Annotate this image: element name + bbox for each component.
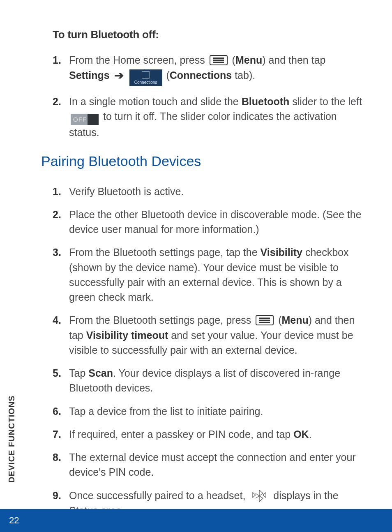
text: From the Bluetooth settings page, press xyxy=(69,314,254,326)
list-item: 4. From the Bluetooth settings page, pre… xyxy=(53,313,363,357)
list-item: 5. Tap Scan. Your device displays a list… xyxy=(53,366,363,396)
visibility-timeout-label: Visibility timeout xyxy=(86,329,168,341)
step-number: 2. xyxy=(53,207,61,222)
step-number: 2. xyxy=(53,94,61,109)
menu-icon xyxy=(210,55,228,65)
connections-label: Connections xyxy=(170,69,232,81)
steps-pairing: 1. Verify Bluetooth is active. 2. Place … xyxy=(53,184,363,518)
list-item: 2. In a single motion touch and slide th… xyxy=(53,94,363,140)
text: If required, enter a passkey or PIN code… xyxy=(69,428,293,440)
page-content: To turn Bluetooth off: 1. From the Home … xyxy=(0,0,392,518)
bluetooth-headset-icon xyxy=(250,488,269,503)
list-item: 1. From the Home screen, press (Menu) an… xyxy=(53,53,363,86)
visibility-label: Visibility xyxy=(261,246,302,258)
list-item: 8. The external device must accept the c… xyxy=(53,450,363,480)
off-slider-icon: OFF xyxy=(71,114,99,125)
text: Place the other Bluetooth device in disc… xyxy=(69,209,362,235)
text: Once successfully paired to a headset, xyxy=(69,490,248,501)
list-item: 3. From the Bluetooth settings page, tap… xyxy=(53,245,363,304)
side-tab-label: DEVICE FUNCTIONS xyxy=(7,395,16,483)
list-item: 7. If required, enter a passkey or PIN c… xyxy=(53,427,363,442)
step-number: 3. xyxy=(53,245,61,260)
step-number: 1. xyxy=(53,184,61,199)
step-number: 1. xyxy=(53,53,61,67)
list-item: 1. Verify Bluetooth is active. xyxy=(53,184,363,199)
page-number: 22 xyxy=(9,515,19,525)
ok-label: OK xyxy=(293,428,309,440)
text: From the Bluetooth settings page, tap th… xyxy=(69,246,261,258)
text: slider to the left xyxy=(289,96,362,107)
text: . xyxy=(309,428,312,440)
text: Verify Bluetooth is active. xyxy=(69,186,184,197)
text: From the Home screen, press xyxy=(69,54,208,66)
steps-turn-off: 1. From the Home screen, press (Menu) an… xyxy=(53,53,363,140)
step-number: 7. xyxy=(53,427,61,442)
text: In a single motion touch and slide the xyxy=(69,96,242,107)
step-number: 6. xyxy=(53,404,61,419)
menu-label: Menu xyxy=(282,314,309,326)
step-number: 9. xyxy=(53,488,61,503)
text: ) and then tap xyxy=(262,54,325,66)
text: to turn it off. The slider color indicat… xyxy=(69,111,337,138)
page-footer: 22 xyxy=(0,509,392,532)
text: Tap a device from the list to initiate p… xyxy=(69,405,263,417)
section-heading-pairing: Pairing Bluetooth Devices xyxy=(41,151,363,171)
arrow-icon: ➔ xyxy=(114,69,124,82)
step-number: 4. xyxy=(53,313,61,327)
step-number: 8. xyxy=(53,450,61,465)
scan-label: Scan xyxy=(88,367,113,379)
text: Tap xyxy=(69,367,88,379)
connections-icon: Connections xyxy=(129,69,162,86)
settings-label: Settings xyxy=(69,69,110,81)
section-heading-bt-off: To turn Bluetooth off: xyxy=(53,27,363,43)
text: tab). xyxy=(232,69,255,81)
list-item: 2. Place the other Bluetooth device in d… xyxy=(53,207,363,237)
menu-label: Menu xyxy=(235,54,262,66)
text: The external device must accept the conn… xyxy=(69,451,356,478)
step-number: 5. xyxy=(53,366,61,380)
bluetooth-label: Bluetooth xyxy=(242,96,290,107)
list-item: 6. Tap a device from the list to initiat… xyxy=(53,404,363,419)
menu-icon xyxy=(256,315,274,325)
